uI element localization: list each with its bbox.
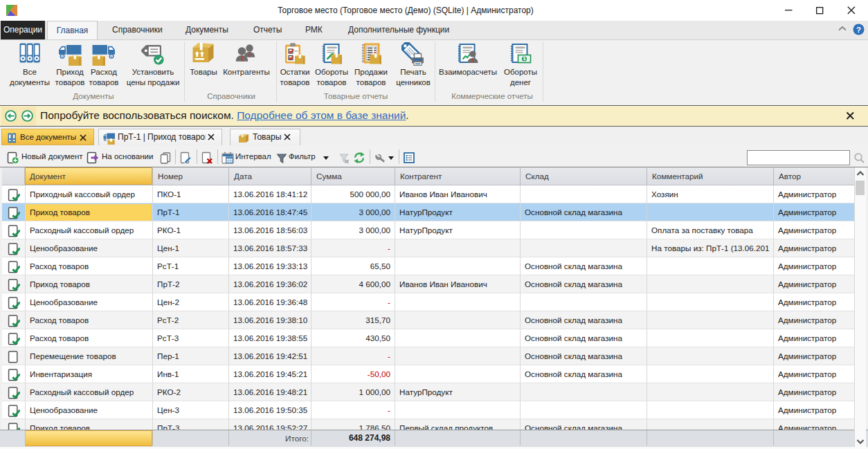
svg-text:$: $ <box>523 56 526 62</box>
svg-text:?: ? <box>856 26 861 34</box>
